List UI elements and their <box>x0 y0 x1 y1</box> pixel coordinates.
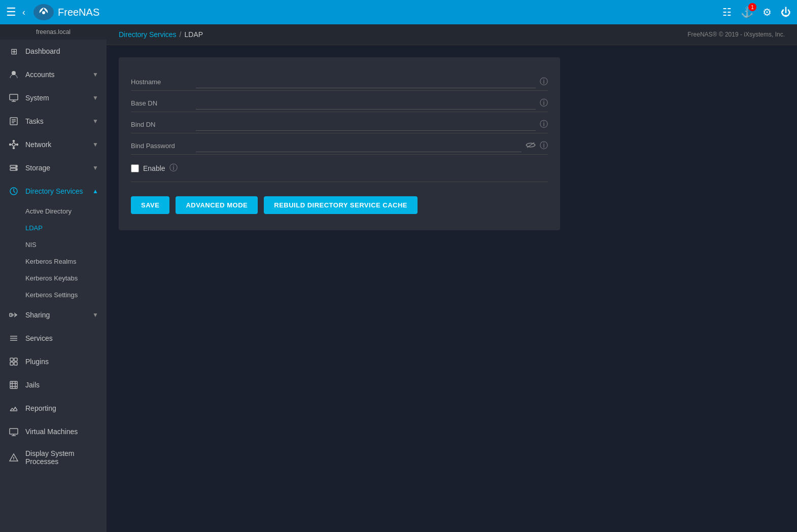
sidebar-item-tasks[interactable]: Tasks ▼ <box>0 110 107 133</box>
sidebar-subitem-nis[interactable]: NIS <box>0 236 107 253</box>
bind-password-label: Bind Password <box>131 142 192 150</box>
bind-password-input[interactable] <box>196 139 522 152</box>
sidebar-subitem-ldap[interactable]: LDAP <box>0 220 107 236</box>
sidebar-item-label: Reporting <box>25 404 98 412</box>
power-icon[interactable]: ⏻ <box>781 7 791 18</box>
svg-rect-2 <box>10 94 18 100</box>
sidebar-subitem-kerberos-realms[interactable]: Kerberos Realms <box>0 253 107 270</box>
button-row: SAVE ADVANCED MODE REBUILD DIRECTORY SER… <box>131 186 548 214</box>
sidebar-item-virtual-machines[interactable]: Virtual Machines <box>0 420 107 443</box>
services-icon <box>8 333 19 344</box>
notes-icon[interactable]: ☷ <box>722 6 732 18</box>
bind-dn-help-icon[interactable]: ⓘ <box>540 119 548 130</box>
sidebar-item-network[interactable]: Network ▼ <box>0 133 107 156</box>
svg-point-4 <box>12 143 15 146</box>
sidebar-item-plugins[interactable]: Plugins <box>0 350 107 373</box>
bind-password-field: Bind Password ⓘ <box>131 133 548 155</box>
chevron-down-icon: ▼ <box>92 164 98 171</box>
rebuild-cache-button[interactable]: REBUILD DIRECTORY SERVICE CACHE <box>264 196 418 214</box>
enable-checkbox[interactable] <box>131 164 139 172</box>
enable-row: Enable ⓘ <box>131 155 548 178</box>
sidebar-item-label: Plugins <box>25 358 98 366</box>
breadcrumb: Directory Services / LDAP <box>119 30 203 39</box>
system-icon <box>8 92 19 103</box>
jails-icon <box>8 379 19 391</box>
sidebar-item-display-system-processes[interactable]: Display System Processes <box>0 443 107 472</box>
sidebar-item-label: Virtual Machines <box>25 428 98 436</box>
sidebar-item-jails[interactable]: Jails <box>0 373 107 397</box>
plugins-icon <box>8 356 19 367</box>
svg-point-7 <box>10 144 11 146</box>
breadcrumb-parent[interactable]: Directory Services <box>119 30 177 39</box>
back-arrow-icon[interactable]: ‹ <box>22 7 25 18</box>
svg-point-5 <box>13 140 15 142</box>
sidebar-item-services[interactable]: Services <box>0 327 107 350</box>
svg-point-0 <box>42 11 45 14</box>
breadcrumb-separator: / <box>180 30 182 39</box>
sidebar-item-system[interactable]: System ▼ <box>0 86 107 110</box>
base-dn-input-wrap: ⓘ <box>196 97 548 110</box>
copyright-text: FreeNAS® © 2019 - iXsystems, Inc. <box>687 31 785 38</box>
app-name: FreeNAS <box>58 7 99 18</box>
sharing-icon <box>8 309 19 321</box>
sidebar-item-label: Network <box>25 140 86 149</box>
svg-rect-19 <box>10 381 17 388</box>
password-visibility-toggle-icon[interactable] <box>526 141 536 151</box>
settings-icon[interactable]: ⚙ <box>763 6 772 18</box>
sidebar-subitem-kerberos-keytabs[interactable]: Kerberos Keytabs <box>0 270 107 287</box>
svg-rect-16 <box>14 358 17 361</box>
content-area: Directory Services / LDAP FreeNAS® © 201… <box>107 24 797 532</box>
bind-password-help-icon[interactable]: ⓘ <box>540 140 548 151</box>
notifications-icon[interactable]: ⚓ 1 <box>741 6 753 18</box>
hostname-input[interactable] <box>196 76 536 88</box>
main-content: Hostname ⓘ Base DN ⓘ Bind DN <box>107 45 797 532</box>
sidebar-item-label: Tasks <box>25 117 86 125</box>
svg-rect-18 <box>14 362 17 365</box>
form-divider <box>131 182 548 182</box>
base-dn-label: Base DN <box>131 99 192 107</box>
hostname-label: Hostname <box>131 78 192 86</box>
sidebar-item-directory-services[interactable]: Directory Services ▲ <box>0 180 107 203</box>
bind-dn-input[interactable] <box>196 118 536 131</box>
advanced-mode-button[interactable]: ADVANCED MODE <box>176 196 258 214</box>
dashboard-icon: ⊞ <box>8 46 19 57</box>
base-dn-help-icon[interactable]: ⓘ <box>540 98 548 109</box>
svg-point-11 <box>16 166 17 167</box>
base-dn-input[interactable] <box>196 97 536 110</box>
sidebar-item-label: Jails <box>25 381 98 389</box>
sidebar-item-storage[interactable]: Storage ▼ <box>0 156 107 180</box>
freenas-logo <box>33 4 54 20</box>
enable-label[interactable]: Enable <box>143 164 165 172</box>
hostname-input-wrap: ⓘ <box>196 76 548 88</box>
sidebar-subitem-active-directory[interactable]: Active Directory <box>0 203 107 220</box>
hostname-help-icon[interactable]: ⓘ <box>540 77 548 87</box>
breadcrumb-current: LDAP <box>184 30 203 39</box>
enable-help-icon[interactable]: ⓘ <box>169 163 178 173</box>
svg-point-12 <box>16 169 17 170</box>
sidebar-item-dashboard[interactable]: ⊞ Dashboard <box>0 40 107 63</box>
chevron-down-icon: ▼ <box>92 118 98 125</box>
hamburger-menu-icon[interactable]: ☰ <box>6 6 16 19</box>
sidebar-item-label: Directory Services <box>25 187 86 195</box>
reporting-icon <box>8 403 19 414</box>
sidebar-item-accounts[interactable]: Accounts ▼ <box>0 63 107 86</box>
accounts-icon <box>8 69 19 80</box>
base-dn-field: Base DN ⓘ <box>131 91 548 112</box>
storage-icon <box>8 162 19 173</box>
sidebar-item-label: System <box>25 94 86 102</box>
topbar: ☰ ‹ FreeNAS ☷ ⚓ 1 ⚙ ⏻ <box>0 0 797 24</box>
svg-point-8 <box>17 144 18 146</box>
sidebar-hostname: freenas.local <box>0 24 107 40</box>
topbar-logo: ☰ ‹ FreeNAS <box>6 4 99 20</box>
chevron-down-icon: ▼ <box>92 311 98 318</box>
sidebar-item-label: Sharing <box>25 311 86 319</box>
bind-dn-label: Bind DN <box>131 121 192 128</box>
sidebar-item-reporting[interactable]: Reporting <box>0 397 107 420</box>
network-icon <box>8 139 19 150</box>
sidebar-item-sharing[interactable]: Sharing ▼ <box>0 303 107 327</box>
notification-badge: 1 <box>748 3 756 11</box>
save-button[interactable]: SAVE <box>131 196 169 214</box>
hostname-field: Hostname ⓘ <box>131 69 548 91</box>
sidebar-subitem-kerberos-settings[interactable]: Kerberos Settings <box>0 287 107 303</box>
bind-dn-input-wrap: ⓘ <box>196 118 548 131</box>
